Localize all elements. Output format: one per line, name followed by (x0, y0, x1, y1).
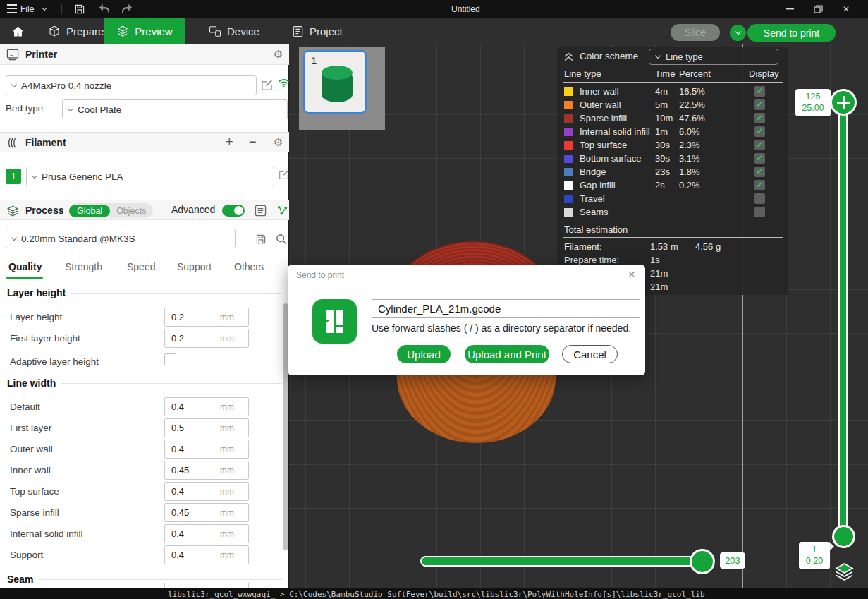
display-checkbox[interactable]: ✓ (754, 180, 765, 190)
home-button[interactable] (6, 18, 30, 44)
prepare-icon (48, 25, 61, 37)
close-button[interactable]: ✕ (836, 0, 857, 18)
redo-icon[interactable] (121, 0, 133, 18)
toggle-knob (234, 206, 243, 215)
layers-stack-icon[interactable] (834, 562, 855, 581)
process-params-icon[interactable] (276, 205, 288, 217)
upload-button[interactable]: Upload (397, 345, 451, 363)
file-menu-chevron[interactable] (42, 0, 47, 18)
home-icon (11, 25, 25, 37)
move-slider-track[interactable] (422, 557, 704, 565)
filament-preset-select[interactable]: Prusa Generic PLA (26, 167, 274, 186)
total-label: Filament: (564, 241, 601, 252)
minimize-button[interactable] (779, 0, 800, 18)
advanced-toggle[interactable] (222, 205, 245, 217)
layer-slider-top-handle[interactable] (832, 91, 855, 114)
cancel-button-label: Cancel (573, 349, 606, 361)
scope-global-option[interactable]: Global (69, 205, 110, 217)
line-width-first-layer-input[interactable]: mm (164, 418, 249, 437)
move-slider-handle[interactable] (692, 551, 713, 572)
setting-row: Top surface mm (0, 482, 289, 502)
printer-preset-select[interactable]: A4MaxPro 0.4 nozzle (6, 75, 257, 95)
display-checkbox[interactable]: ✓ (754, 126, 765, 137)
edit-filament-icon[interactable] (279, 169, 289, 180)
color-swatch (564, 128, 573, 136)
tab-others[interactable]: Others (234, 261, 264, 272)
legend-row: Bridge23s1.8%✓ (557, 166, 788, 179)
filename-field[interactable] (372, 299, 640, 318)
maximize-button[interactable] (807, 0, 829, 18)
line-width-outer-wall-input[interactable]: mm (164, 440, 249, 459)
total-value: 21m (650, 268, 668, 279)
send-to-print-button[interactable]: Send to print (747, 24, 836, 42)
line-width-default-input[interactable]: mm (164, 397, 249, 416)
save-icon[interactable] (74, 0, 85, 18)
display-checkbox[interactable]: ✓ (754, 153, 765, 164)
send-options-chevron-button[interactable] (730, 25, 746, 41)
filename-input[interactable] (372, 300, 640, 317)
column-line-type: Line type (564, 68, 601, 79)
line-width-inner-wall-input[interactable]: mm (164, 461, 249, 480)
window-title: Untitled (451, 0, 480, 18)
display-checkbox[interactable] (754, 207, 765, 217)
tab-project[interactable]: Project (286, 18, 348, 44)
remove-filament-button[interactable]: − (249, 135, 257, 150)
chevron-down-icon (11, 234, 17, 240)
tab-quality[interactable]: Quality (8, 261, 42, 272)
file-menu[interactable]: File (20, 0, 34, 18)
save-preset-icon[interactable] (255, 234, 267, 245)
process-preset-select[interactable]: 0.20mm Standard @MK3S (6, 229, 236, 248)
color-swatch (564, 114, 573, 123)
first-layer-height-input[interactable]: mm (164, 329, 249, 348)
display-checkbox[interactable]: ✓ (754, 167, 765, 177)
display-checkbox[interactable]: ✓ (754, 99, 765, 110)
upload-and-print-button[interactable]: Upload and Print (465, 345, 549, 363)
parameter-list-icon[interactable] (255, 205, 267, 217)
tab-support[interactable]: Support (177, 261, 212, 272)
filament-settings-gear-icon[interactable]: ⚙ (274, 137, 283, 147)
wifi-icon[interactable] (278, 78, 290, 88)
slice-button[interactable]: Slice (671, 24, 720, 41)
line-type-label: Sparse infill (580, 113, 627, 123)
view-mode-select[interactable]: Line type (649, 49, 778, 65)
bed-type-select[interactable]: Cool Plate (62, 99, 288, 119)
process-scope-toggle[interactable]: Global Objects (69, 203, 153, 218)
file-menu-label: File (20, 4, 34, 14)
line-width-top-surface-input[interactable]: mm (164, 482, 249, 501)
menu-icon[interactable] (7, 0, 17, 18)
display-checkbox[interactable]: ✓ (754, 113, 765, 123)
unit-label: mm (220, 444, 234, 454)
setting-label: Inner wall (10, 465, 51, 476)
chevron-down-icon (32, 172, 37, 178)
layer-height-input[interactable]: mm (164, 308, 249, 327)
layer-slider-bottom-tooltip: 1 0.20 (799, 542, 830, 569)
adaptive-layer-height-checkbox[interactable] (164, 353, 176, 365)
layer-slider-track[interactable] (840, 102, 846, 538)
scope-objects-option[interactable]: Objects (110, 205, 152, 217)
collapse-panel-icon[interactable] (563, 52, 574, 61)
layer-slider-bottom-handle[interactable] (834, 527, 853, 546)
edit-printer-icon[interactable] (261, 79, 273, 91)
dialog-close-icon[interactable]: ✕ (628, 269, 636, 280)
cancel-button[interactable]: Cancel (562, 345, 618, 363)
tab-speed[interactable]: Speed (127, 261, 155, 272)
printer-settings-gear-icon[interactable]: ⚙ (274, 49, 283, 59)
tab-device[interactable]: Device (203, 18, 265, 44)
tab-prepare[interactable]: Prepare (41, 18, 111, 44)
line-width-section-title: Line width (7, 377, 56, 389)
add-filament-button[interactable]: + (226, 135, 233, 150)
line-width-internal-solid-input[interactable]: mm (164, 524, 249, 543)
display-checkbox[interactable]: ✓ (754, 86, 765, 97)
line-width-sparse-infill-input[interactable]: mm (164, 503, 249, 522)
undo-icon[interactable] (98, 0, 110, 18)
search-icon[interactable] (276, 234, 287, 245)
tab-preview[interactable]: Preview (104, 18, 185, 44)
line-type-label: Travel (580, 193, 605, 204)
display-checkbox[interactable]: ✓ (754, 140, 765, 150)
display-checkbox[interactable] (754, 193, 765, 204)
tab-strength[interactable]: Strength (65, 261, 102, 272)
plate-thumbnail[interactable]: 1 (303, 50, 367, 114)
seam-section-title: Seam (7, 574, 33, 585)
line-width-support-input[interactable]: mm (164, 545, 249, 564)
setting-row: Support mm (0, 545, 289, 565)
